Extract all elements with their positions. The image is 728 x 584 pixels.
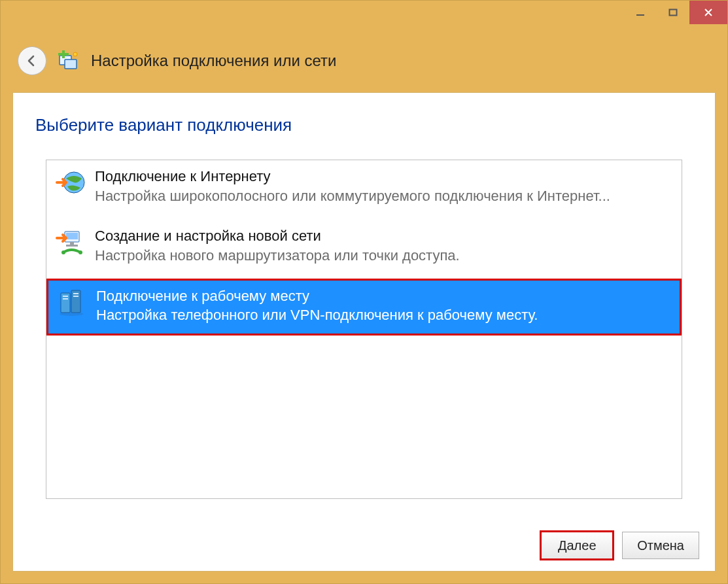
instruction-heading: Выберите вариант подключения <box>35 115 292 135</box>
svg-rect-12 <box>66 245 78 247</box>
minimize-button[interactable] <box>624 1 657 24</box>
option-title: Подключение к Интернету <box>95 167 672 186</box>
wizard-header: Настройка подключения или сети <box>18 46 710 75</box>
svg-rect-20 <box>73 296 78 297</box>
svg-point-21 <box>60 312 83 316</box>
svg-rect-19 <box>73 293 78 294</box>
option-connect-workplace[interactable]: Подключение к рабочему месту Настройка т… <box>48 280 680 334</box>
back-button[interactable] <box>18 46 46 75</box>
next-button[interactable]: Далее <box>541 532 613 559</box>
caption-buttons <box>624 1 727 24</box>
network-wizard-icon <box>56 48 82 74</box>
svg-rect-18 <box>63 298 68 300</box>
option-desc: Настройка нового маршрутизатора или точк… <box>95 246 672 266</box>
wizard-title: Настройка подключения или сети <box>91 52 337 70</box>
option-desc: Настройка телефонного или VPN-подключени… <box>96 305 671 325</box>
maximize-button[interactable] <box>657 1 689 24</box>
option-new-network[interactable]: Создание и настройка новой сети Настройк… <box>46 220 682 274</box>
svg-point-14 <box>78 250 82 254</box>
svg-rect-10 <box>66 233 78 239</box>
close-button[interactable] <box>689 1 727 24</box>
svg-point-13 <box>61 250 65 254</box>
content-panel: Выберите вариант подключения Подключение… <box>12 92 716 572</box>
svg-rect-1 <box>670 10 677 16</box>
option-title: Создание и настройка новой сети <box>95 226 672 246</box>
svg-rect-0 <box>636 14 644 16</box>
svg-point-6 <box>73 52 77 56</box>
connection-options-list: Подключение к Интернету Настройка широко… <box>46 160 682 499</box>
cancel-button[interactable]: Отмена <box>622 532 699 559</box>
option-desc: Настройка широкополосного или коммутируе… <box>95 186 672 206</box>
globe-internet-icon <box>56 167 87 198</box>
svg-rect-5 <box>58 53 69 56</box>
router-network-icon <box>56 226 87 258</box>
workplace-servers-icon <box>57 286 88 318</box>
option-connect-internet[interactable]: Подключение к Интернету Настройка широко… <box>46 160 682 215</box>
svg-rect-3 <box>65 60 77 69</box>
wizard-footer: Далее Отмена <box>541 532 699 559</box>
svg-rect-11 <box>70 242 74 245</box>
wizard-window: Настройка подключения или сети Выберите … <box>0 0 728 584</box>
svg-rect-17 <box>63 296 68 297</box>
option-title: Подключение к рабочему месту <box>96 286 671 306</box>
